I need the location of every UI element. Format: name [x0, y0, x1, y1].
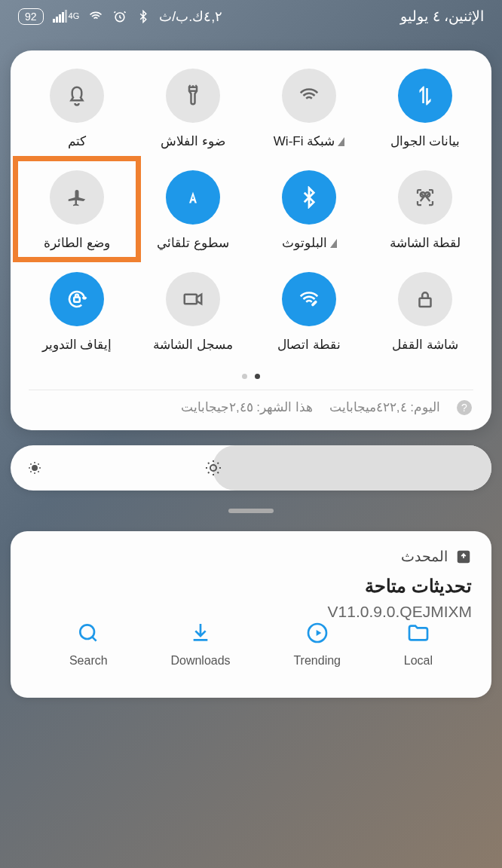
- tile-label: البلوتوث: [282, 235, 337, 251]
- auto-brightness-icon: [166, 170, 220, 225]
- bluetooth-status-icon: [136, 10, 150, 23]
- tile-label: نقطة اتصال: [277, 337, 341, 353]
- mobile-data-icon: [398, 69, 452, 123]
- svg-point-17: [81, 625, 95, 639]
- usage-month: هذا الشهر: ٢,٤٥جيجابايت: [181, 399, 313, 415]
- quick-settings-panel: بيانات الجوالشبكة Wi-Fiضوء الفلاشكتملقطة…: [11, 50, 491, 430]
- tile-label: مسجل الشاشة: [153, 337, 233, 353]
- tile-wifi[interactable]: شبكة Wi-Fi: [256, 69, 362, 149]
- battery-indicator: 92: [18, 8, 44, 25]
- svg-point-11: [34, 472, 35, 474]
- tile-mute[interactable]: كتم: [24, 69, 130, 149]
- usage-today: اليوم: ٤٢٢,٤ميجابايت: [329, 399, 440, 415]
- data-usage-row[interactable]: ? اليوم: ٤٢٢,٤ميجابايت هذا الشهر: ٢,٤٥جي…: [24, 399, 478, 420]
- svg-point-9: [39, 467, 41, 469]
- bottom-search[interactable]: Search: [69, 621, 108, 668]
- status-bar: 92 4G ٤,٢ك.ب/ث الإثنين، ٤ يوليو: [0, 0, 502, 29]
- svg-rect-4: [185, 295, 197, 304]
- flashlight-icon: [166, 69, 220, 123]
- svg-point-10: [34, 462, 35, 463]
- bottom-local[interactable]: Local: [404, 621, 433, 668]
- data-rate: ٤,٢ك.ب/ث: [159, 8, 222, 25]
- bottom-trending[interactable]: Trending: [293, 621, 341, 668]
- svg-point-8: [29, 467, 30, 469]
- tile-label: لقطة الشاشة: [390, 235, 461, 251]
- bottom-downloads[interactable]: Downloads: [170, 621, 230, 668]
- brightness-icon: [204, 459, 222, 477]
- notif-title: تحديثات متاحة: [30, 576, 472, 597]
- svg-rect-3: [420, 298, 431, 307]
- screen-record-icon: [166, 272, 220, 326]
- tile-label: إيقاف التدوير: [42, 337, 112, 353]
- bluetooth-icon: [282, 170, 336, 225]
- tile-lock-screen[interactable]: شاشة القفل: [372, 272, 478, 353]
- notif-version: V11.0.9.0.QEJMIXM: [30, 603, 472, 621]
- drag-handle[interactable]: [228, 509, 274, 513]
- tile-label: شبكة Wi-Fi: [274, 133, 344, 149]
- wifi-icon: [282, 69, 336, 123]
- auto-brightness-icon[interactable]: [26, 459, 44, 477]
- tile-screen-record[interactable]: مسجل الشاشة: [140, 272, 246, 353]
- tile-label: سطوع تلقائي: [157, 235, 229, 251]
- notif-app-name: المحدث: [401, 548, 448, 565]
- tile-label: بيانات الجوال: [390, 133, 461, 149]
- updater-notification[interactable]: المحدث تحديثات متاحة V11.0.9.0.QEJMIXM S…: [11, 531, 491, 698]
- svg-point-12: [30, 463, 32, 465]
- tile-label: ضوء الفلاش: [161, 133, 225, 149]
- tile-bluetooth[interactable]: البلوتوث: [256, 170, 362, 251]
- brightness-slider[interactable]: [11, 445, 491, 491]
- trending-icon: [305, 621, 329, 648]
- tile-airplane[interactable]: وضع الطائرة: [24, 170, 130, 251]
- page-indicator: [24, 374, 478, 379]
- status-date: الإثنين، ٤ يوليو: [400, 8, 484, 25]
- tile-flashlight[interactable]: ضوء الفلاش: [140, 69, 246, 149]
- downloads-icon: [188, 621, 213, 648]
- lock-screen-icon: [398, 272, 452, 326]
- screenshot-icon: [398, 170, 452, 225]
- status-left: 92 4G ٤,٢ك.ب/ث: [18, 8, 222, 25]
- tile-screenshot[interactable]: لقطة الشاشة: [372, 170, 478, 251]
- tile-auto-brightness[interactable]: سطوع تلقائي: [140, 170, 246, 251]
- help-icon[interactable]: ?: [457, 400, 472, 415]
- alarm-status-icon: [112, 9, 127, 24]
- svg-point-14: [30, 471, 32, 472]
- rotation-lock-icon: [50, 272, 104, 326]
- signal-icon: [53, 10, 67, 23]
- local-icon: [406, 621, 430, 648]
- tile-hotspot[interactable]: نقطة اتصال: [256, 272, 362, 353]
- mute-icon: [50, 69, 104, 123]
- svg-point-15: [38, 471, 39, 472]
- svg-point-6: [210, 465, 216, 471]
- svg-point-13: [38, 463, 39, 465]
- svg-point-7: [32, 466, 37, 470]
- search-icon: [76, 621, 100, 648]
- hotspot-icon: [282, 272, 336, 326]
- tile-mobile-data[interactable]: بيانات الجوال: [372, 69, 478, 149]
- tile-label: شاشة القفل: [392, 337, 458, 353]
- wifi-status-icon: [88, 9, 103, 24]
- tile-rotation-lock[interactable]: إيقاف التدوير: [24, 272, 130, 353]
- svg-rect-5: [74, 298, 80, 302]
- tile-label: كتم: [68, 133, 86, 149]
- updater-icon: [455, 549, 472, 565]
